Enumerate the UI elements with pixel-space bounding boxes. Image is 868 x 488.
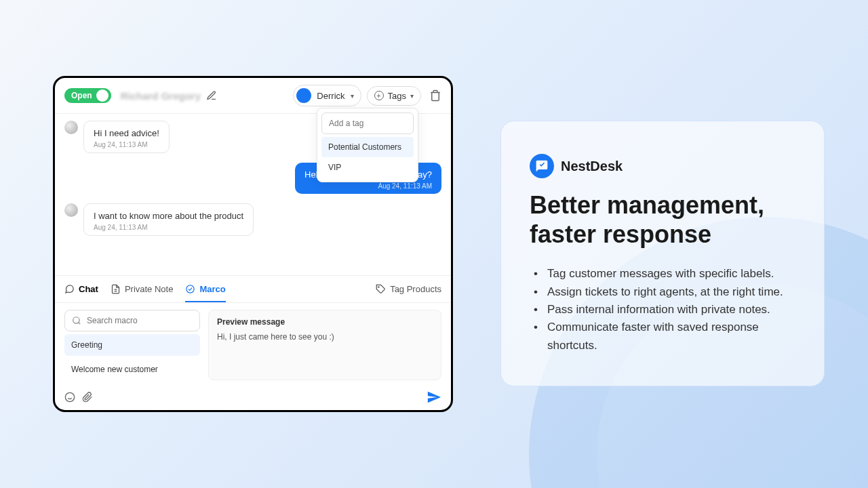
macro-search-input[interactable] [87, 316, 193, 325]
promo-bullet: Tag customer messages with specific labe… [542, 265, 795, 283]
message-text: Hi I need advice! [94, 128, 159, 138]
tab-chat[interactable]: Chat [64, 276, 98, 302]
promo-title: Better management, faster response [530, 190, 795, 249]
customer-avatar [64, 121, 78, 134]
emoji-icon[interactable] [64, 392, 75, 403]
topbar: Open Richard Gregory Derrick ▾ + Tags ▾ … [55, 78, 451, 114]
assignee-name: Derrick [317, 91, 344, 101]
tags-dropdown[interactable]: + Tags ▾ [367, 86, 421, 106]
promo-bullet: Assign tickets to right agents, at the r… [542, 283, 795, 301]
tab-label: Private Note [125, 284, 174, 294]
send-button[interactable] [427, 390, 441, 405]
composer: Chat Private Note Marco Tag Products [55, 275, 451, 410]
tab-label: Marco [199, 284, 225, 294]
status-label: Open [71, 91, 92, 100]
tag-option-vip[interactable]: VIP [321, 157, 414, 178]
tab-marco[interactable]: Marco [185, 276, 225, 302]
composer-actions [55, 387, 451, 410]
tag-search-input[interactable] [321, 113, 414, 134]
tag-option-potential[interactable]: Potential Customers [321, 137, 414, 157]
promo-card: NestDesk Better management, faster respo… [500, 121, 825, 386]
tab-private-note[interactable]: Private Note [111, 276, 174, 302]
assignee-avatar [296, 88, 311, 103]
message-time: Aug 24, 11:13 AM [304, 182, 432, 190]
assignee-dropdown[interactable]: Derrick ▾ [293, 85, 361, 106]
tag-dropdown-menu: Potential Customers VIP [317, 108, 418, 182]
macro-panel: Greeting Welcome new customer Preview me… [55, 303, 451, 387]
customer-avatar [64, 203, 78, 217]
logo-badge [530, 154, 554, 178]
edit-icon[interactable] [206, 90, 217, 101]
contact-name: Richard Gregory [121, 90, 201, 102]
message-time: Aug 24, 11:13 AM [94, 224, 243, 231]
promo-bullet: Communicate faster with saved response s… [542, 319, 795, 354]
chevron-down-icon: ▾ [410, 92, 414, 100]
attachment-icon[interactable] [82, 392, 93, 403]
toggle-knob [96, 89, 108, 102]
macro-item-greeting[interactable]: Greeting [64, 334, 200, 356]
note-icon [111, 284, 121, 294]
search-icon [72, 316, 81, 325]
chat-window: Open Richard Gregory Derrick ▾ + Tags ▾ … [53, 76, 453, 412]
message-text: I want to know more about the product [94, 211, 243, 221]
macro-list: Greeting Welcome new customer [64, 310, 200, 380]
plus-circle-icon: + [374, 91, 384, 100]
brand-name: NestDesk [561, 159, 623, 174]
message-bubble-incoming: I want to know more about the product Au… [83, 203, 254, 236]
preview-text: Hi, I just came here to see you :) [217, 332, 433, 342]
logo-row: NestDesk [530, 154, 795, 178]
svg-point-3 [65, 392, 74, 401]
tags-label: Tags [388, 91, 406, 101]
promo-bullet: Pass internal information with private n… [542, 301, 795, 319]
promo-bullets: Tag customer messages with specific labe… [530, 265, 795, 354]
message-bubble-incoming: Hi I need advice! Aug 24, 11:13 AM [83, 121, 170, 153]
preview-label: Preview message [217, 317, 433, 327]
macro-search[interactable] [64, 310, 200, 331]
macro-preview: Preview message Hi, I just came here to … [208, 310, 441, 380]
macro-icon [185, 284, 195, 294]
message-time: Aug 24, 11:13 AM [94, 141, 159, 148]
message-row: I want to know more about the product Au… [64, 203, 441, 236]
chat-logo-icon [535, 159, 549, 173]
macro-item-welcome[interactable]: Welcome new customer [64, 359, 200, 380]
svg-point-1 [378, 287, 379, 287]
product-tag-icon [376, 284, 386, 294]
chevron-down-icon: ▾ [351, 92, 354, 100]
svg-point-0 [186, 285, 194, 293]
trash-icon[interactable] [429, 89, 441, 102]
svg-point-2 [73, 317, 79, 323]
composer-tabs: Chat Private Note Marco Tag Products [55, 276, 451, 303]
tab-tag-products[interactable]: Tag Products [376, 276, 441, 302]
status-toggle[interactable]: Open [64, 88, 111, 103]
tab-label: Chat [79, 284, 98, 294]
chat-icon [64, 284, 75, 294]
tab-label: Tag Products [390, 284, 441, 294]
